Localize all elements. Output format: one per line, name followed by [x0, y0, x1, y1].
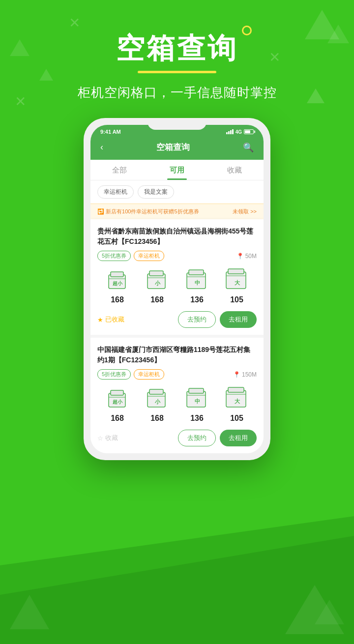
card-1-box-grid: 超小 168 小 168 [97, 267, 257, 304]
box-item-xs-2: 超小 168 [105, 385, 130, 423]
bottom-wave [0, 487, 354, 644]
tabs-bar: 全部 可用 收藏 [90, 160, 264, 180]
nav-title: 空箱查询 [156, 142, 190, 153]
bottom-decor-left [10, 595, 49, 629]
action-buttons-2: 去预约 去租用 [178, 430, 257, 446]
promo-text: 🔁 新店有100件幸运柜机可获赠5折优惠券 [97, 208, 199, 215]
favorite-btn-1[interactable]: ★ 已收藏 [97, 315, 124, 324]
svg-marker-1 [0, 536, 354, 644]
svg-text:小: 小 [154, 280, 160, 286]
filter-area: 幸运柜机 我是文案 [90, 180, 264, 204]
box-icon-m: 中 [184, 267, 210, 293]
filter-text[interactable]: 我是文案 [138, 185, 174, 199]
svg-rect-22 [111, 390, 123, 395]
box-item-m: 中 136 [184, 267, 210, 304]
locker-card-2: 中国福建省厦门市西湖区弯糧路1189号莲花五村集约1期【FC123456】 5折… [90, 338, 264, 453]
tab-available[interactable]: 可用 [148, 160, 206, 180]
signal-bars [226, 129, 234, 134]
svg-rect-18 [228, 269, 244, 274]
svg-text:超小: 超小 [113, 399, 123, 405]
phone-screen: 9:41 AM 4G ‹ 空箱查询 [90, 125, 264, 453]
card-1-tags: 5折优惠券 幸运柜机 [97, 251, 164, 261]
box-item-l-2: 大 105 [224, 385, 250, 423]
card-2-actions: ☆ 收藏 去预约 去租用 [97, 430, 257, 446]
title-underline [138, 71, 216, 73]
reserve-button-2[interactable]: 去预约 [178, 430, 216, 446]
star-icon-filled: ★ [97, 316, 103, 323]
box-count-s-2: 168 [150, 414, 164, 423]
box-item-s: 小 168 [145, 267, 170, 304]
box-count-m: 136 [190, 295, 204, 304]
tab-all[interactable]: 全部 [90, 160, 148, 180]
hero-section: 空箱查询 柜机空闲格口，一手信息随时掌控 [0, 0, 354, 101]
search-button[interactable]: 🔍 [243, 142, 254, 153]
svg-rect-14 [189, 270, 204, 275]
svg-rect-30 [189, 388, 204, 393]
box-item-s-2: 小 168 [145, 385, 170, 423]
phone-mockup: 9:41 AM 4G ‹ 空箱查询 [84, 118, 270, 460]
svg-rect-6 [111, 272, 123, 277]
network-type: 4G [236, 129, 242, 135]
box-icon-s: 小 [145, 267, 170, 293]
card-1-actions: ★ 已收藏 去预约 去租用 [97, 311, 257, 328]
card-2-distance: 📍 150M [233, 371, 257, 378]
main-title: 空箱查询 [116, 29, 238, 68]
tab-favorites[interactable]: 收藏 [206, 160, 264, 180]
box-count-l-2: 105 [230, 414, 243, 423]
box-count-xs-2: 168 [111, 414, 124, 423]
box-icon-m-2: 中 [184, 385, 210, 411]
rent-button-1[interactable]: 去租用 [220, 311, 257, 328]
card-2-tags: 5折优惠券 幸运柜机 [97, 369, 164, 380]
location-icon: 📍 [236, 253, 244, 260]
promo-banner[interactable]: 🔁 新店有100件幸运柜机可获赠5折优惠券 未领取 >> [90, 204, 264, 219]
svg-text:大: 大 [234, 280, 240, 286]
box-count-xs: 168 [111, 295, 124, 304]
card-1-address: 贵州省黔东南苗族侗族自治州镇远县海桐街455号莲花五村【FC123456】 [97, 226, 257, 247]
box-count-l: 105 [230, 295, 243, 304]
rent-button-2[interactable]: 去租用 [220, 430, 257, 446]
locker-card-1: 贵州省黔东南苗族侗族自治州镇远县海桐街455号莲花五村【FC123456】 5折… [90, 219, 264, 338]
card-2-address: 中国福建省厦门市西湖区弯糧路1189号莲花五村集约1期【FC123456】 [97, 345, 257, 365]
nav-bar: ‹ 空箱查询 🔍 [90, 137, 264, 160]
svg-rect-34 [228, 387, 244, 392]
box-icon-l-2: 大 [224, 385, 250, 411]
box-icon-l: 大 [224, 267, 250, 293]
phone-notch [148, 118, 206, 130]
box-item-m-2: 中 136 [184, 385, 210, 423]
box-item-xs: 超小 168 [105, 267, 130, 304]
svg-marker-3 [315, 600, 344, 624]
svg-text:中: 中 [194, 398, 200, 404]
tag-lucky-2: 幸运柜机 [134, 369, 164, 380]
box-icon-s-2: 小 [145, 385, 170, 411]
reserve-button-1[interactable]: 去预约 [178, 311, 216, 328]
subtitle: 柜机空闲格口，一手信息随时掌控 [0, 84, 354, 101]
svg-text:超小: 超小 [113, 281, 123, 286]
favorite-btn-2[interactable]: ☆ 收藏 [97, 434, 118, 442]
box-item-l: 大 105 [224, 267, 250, 304]
back-button[interactable]: ‹ [100, 142, 103, 152]
svg-rect-10 [149, 271, 163, 276]
card-1-distance: 📍 50M [236, 253, 257, 260]
action-buttons-1: 去预约 去租用 [178, 311, 257, 328]
svg-rect-26 [149, 389, 163, 394]
card-1-meta: 5折优惠券 幸运柜机 📍 50M [97, 251, 257, 261]
box-count-s: 168 [150, 295, 164, 304]
card-2-meta: 5折优惠券 幸运柜机 📍 150M [97, 369, 257, 380]
promo-more[interactable]: 未领取 >> [233, 208, 257, 215]
box-icon-xs-2: 超小 [105, 385, 130, 411]
svg-text:小: 小 [154, 399, 160, 405]
status-time: 9:41 AM [100, 129, 121, 135]
tag-discount: 5折优惠券 [97, 251, 131, 261]
phone-frame: 9:41 AM 4G ‹ 空箱查询 [84, 118, 270, 460]
tag-discount-2: 5折优惠券 [97, 369, 131, 380]
star-icon-empty: ☆ [97, 435, 103, 442]
svg-marker-2 [285, 585, 344, 634]
filter-lucky[interactable]: 幸运柜机 [97, 185, 134, 199]
title-circle-decor [242, 26, 252, 35]
svg-marker-4 [10, 595, 49, 629]
status-right: 4G [226, 129, 254, 135]
box-icon-xs: 超小 [105, 267, 130, 293]
tag-lucky: 幸运柜机 [134, 251, 164, 261]
svg-text:大: 大 [234, 398, 240, 404]
battery-icon [244, 129, 254, 134]
